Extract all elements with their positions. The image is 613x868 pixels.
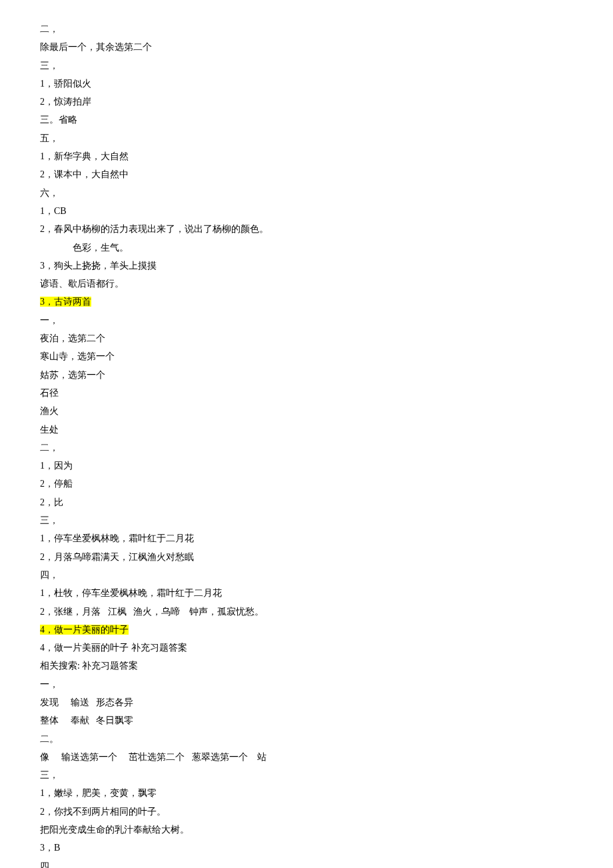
page-container: 二，除最后一个，其余选第二个三，1，骄阳似火2，惊涛拍岸三。省略五，1，新华字典… [0, 0, 613, 868]
text-line: 2，春风中杨柳的活力表现出来了，说出了杨柳的颜色。 [40, 220, 573, 238]
text-line: 1，嫩绿，肥美，变黄，飘零 [40, 784, 573, 802]
text-line: 二， [40, 439, 573, 457]
text-line: 三。省略 [40, 111, 573, 129]
text-line: 2，比 [40, 493, 573, 511]
document-body: 二，除最后一个，其余选第二个三，1，骄阳似火2，惊涛拍岸三。省略五，1，新华字典… [40, 20, 573, 868]
text-line: 色彩，生气。 [40, 239, 573, 257]
highlighted-text: 4，做一片美丽的叶子 [40, 625, 129, 635]
text-line: 姑苏，选第一个 [40, 366, 573, 384]
highlighted-text: 3，古诗两首 [40, 297, 91, 307]
text-line: 2，张继，月落 江枫 渔火，乌啼 钟声，孤寂忧愁。 [40, 603, 573, 621]
text-line: 3，古诗两首 [40, 293, 573, 311]
text-line: 一， [40, 311, 573, 329]
text-line: 五， [40, 129, 573, 147]
text-line: 1，因为 [40, 457, 573, 475]
text-line: 三， [40, 511, 573, 529]
text-line: 把阳光变成生命的乳汁奉献给大树。 [40, 821, 573, 839]
text-line: 发现 输送 形态各异 [40, 693, 573, 711]
text-line: 二。 [40, 730, 573, 748]
text-line: 2，月落乌啼霜满天，江枫渔火对愁眠 [40, 548, 573, 566]
text-line: 整体 奉献 冬日飘零 [40, 711, 573, 729]
text-line: 2，课本中，大自然中 [40, 165, 573, 183]
text-line: 石径 [40, 384, 573, 402]
text-line: 2，停船 [40, 475, 573, 493]
text-line: 寒山寺，选第一个 [40, 347, 573, 365]
text-line: 相关搜索: 补充习题答案 [40, 657, 573, 675]
text-line: 三， [40, 766, 573, 784]
text-line: 1，杜牧，停车坐爱枫林晚，霜叶红于二月花 [40, 584, 573, 602]
text-line: 生处 [40, 421, 573, 439]
text-line: 谚语、歇后语都行。 [40, 275, 573, 293]
text-line: 四， [40, 566, 573, 584]
text-line: 1，骄阳似火 [40, 75, 573, 93]
text-line: 1，停车坐爱枫林晚，霜叶红于二月花 [40, 529, 573, 547]
text-line: 3，B [40, 839, 573, 857]
text-line: 四， [40, 857, 573, 868]
text-line: 三， [40, 57, 573, 75]
text-line: 3，狗头上挠挠，羊头上摸摸 [40, 257, 573, 275]
text-line: 像 输送选第一个 茁壮选第二个 葱翠选第一个 站 [40, 748, 573, 766]
text-line: 4，做一片美丽的叶子 补充习题答案 [40, 639, 573, 657]
text-line: 二， [40, 20, 573, 38]
text-line: 六， [40, 184, 573, 202]
text-line: 除最后一个，其余选第二个 [40, 38, 573, 56]
text-line: 渔火 [40, 402, 573, 420]
text-line: 夜泊，选第二个 [40, 329, 573, 347]
text-line: 4，做一片美丽的叶子 [40, 621, 573, 639]
text-line: 1，新华字典，大自然 [40, 147, 573, 165]
text-line: 一， [40, 675, 573, 693]
text-line: 2，惊涛拍岸 [40, 93, 573, 111]
text-line: 2，你找不到两片相同的叶子。 [40, 803, 573, 821]
text-line: 1，CB [40, 202, 573, 220]
